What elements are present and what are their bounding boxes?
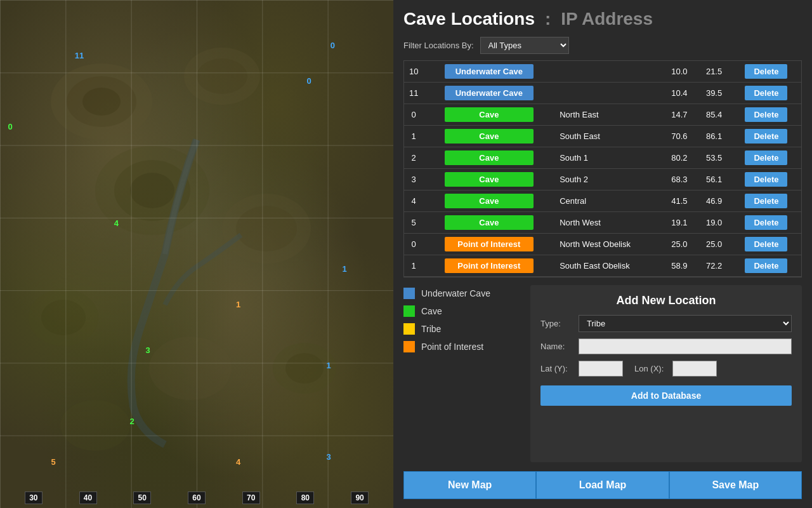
type-cell: Point of Interest <box>423 255 554 277</box>
map-label-green-4: 4 <box>114 218 119 228</box>
save-map-button[interactable]: Save Map <box>669 471 802 499</box>
lat-label: Lat (Y): <box>540 364 572 373</box>
new-map-button[interactable]: New Map <box>403 471 536 499</box>
type-cell: Underwater Cave <box>423 61 554 83</box>
type-cell: Point of Interest <box>423 234 554 255</box>
type-badge: Point of Interest <box>445 258 534 273</box>
x-label-30: 30 <box>25 491 43 504</box>
form-row-name: Name: <box>540 338 792 354</box>
type-select[interactable]: Cave Underwater Cave Point of Interest T… <box>579 315 792 332</box>
row-num: 4 <box>404 190 423 212</box>
bottom-buttons: New Map Load Map Save Map <box>403 471 802 499</box>
name-cell: North West <box>554 212 662 234</box>
type-badge: Cave <box>445 129 534 144</box>
name-cell <box>554 61 662 83</box>
type-label: Type: <box>540 319 572 328</box>
map-x-labels: 30 40 50 60 70 80 90 <box>0 491 393 504</box>
title-colon: : <box>545 9 551 29</box>
lon-cell: 25.0 <box>697 234 731 255</box>
lat-cell: 10.4 <box>662 83 697 104</box>
delete-cell: Delete <box>731 126 801 147</box>
map-canvas: 0 11 0 1 1 3 0 4 3 2 1 5 4 30 40 50 60 7… <box>0 0 393 508</box>
map-label-blue-11: 11 <box>75 51 84 60</box>
lat-cell: 19.1 <box>662 212 697 234</box>
delete-cell: Delete <box>731 190 801 212</box>
form-row-type: Type: Cave Underwater Cave Point of Inte… <box>540 315 792 332</box>
add-to-database-button[interactable]: Add to Database <box>540 385 792 406</box>
lat-cell: 70.6 <box>662 126 697 147</box>
type-cell: Cave <box>423 190 554 212</box>
map-label-blue-0b: 0 <box>307 76 311 86</box>
delete-cell: Delete <box>731 61 801 83</box>
delete-button[interactable]: Delete <box>745 150 787 165</box>
table-row: 5 Cave North West 19.1 19.0 Delete <box>404 212 801 234</box>
x-label-40: 40 <box>79 491 97 504</box>
legend-item-cave: Cave <box>403 305 518 317</box>
row-num: 5 <box>404 212 423 234</box>
map-grid <box>0 0 393 508</box>
type-badge: Cave <box>445 194 534 208</box>
name-input[interactable] <box>579 338 792 354</box>
row-num: 1 <box>404 255 423 277</box>
map-label-blue-1b: 1 <box>327 361 331 370</box>
delete-button[interactable]: Delete <box>745 194 787 208</box>
lon-input[interactable] <box>672 361 717 377</box>
delete-button[interactable]: Delete <box>745 107 787 122</box>
legend-color-tribe <box>403 323 415 335</box>
type-badge: Point of Interest <box>445 237 534 251</box>
legend-item-poi: Point of Interest <box>403 341 518 352</box>
delete-button[interactable]: Delete <box>745 258 787 273</box>
delete-cell: Delete <box>731 212 801 234</box>
lon-cell: 72.2 <box>697 255 731 277</box>
add-form: Add New Location Type: Cave Underwater C… <box>530 285 802 462</box>
legend-item-underwater: Underwater Cave <box>403 288 518 299</box>
table-row: 4 Cave Central 41.5 46.9 Delete <box>404 190 801 212</box>
row-num: 3 <box>404 169 423 190</box>
delete-button[interactable]: Delete <box>745 129 787 144</box>
delete-cell: Delete <box>731 234 801 255</box>
type-badge: Cave <box>445 150 534 165</box>
delete-button[interactable]: Delete <box>745 237 787 251</box>
map-label-green-3: 3 <box>145 345 150 355</box>
name-cell: South 2 <box>554 169 662 190</box>
table-row: 10 Underwater Cave 10.0 21.5 Delete <box>404 61 801 83</box>
lat-cell: 68.3 <box>662 169 697 190</box>
name-cell: Central <box>554 190 662 212</box>
name-cell: South 1 <box>554 147 662 169</box>
locations-table: 10 Underwater Cave 10.0 21.5 Delete 11 U… <box>404 61 801 277</box>
filter-select[interactable]: All Types Cave Underwater Cave Point of … <box>480 37 569 54</box>
bottom-row: Underwater Cave Cave Tribe Point of Inte… <box>403 285 802 462</box>
delete-button[interactable]: Delete <box>745 172 787 187</box>
name-label: Name: <box>540 342 572 351</box>
lat-cell: 10.0 <box>662 61 697 83</box>
delete-button[interactable]: Delete <box>745 64 787 79</box>
type-badge: Cave <box>445 172 534 187</box>
ip-address: IP Address <box>561 9 653 29</box>
lon-cell: 46.9 <box>697 190 731 212</box>
map-label-orange-5: 5 <box>51 457 56 467</box>
map-panel: 0 11 0 1 1 3 0 4 3 2 1 5 4 30 40 50 60 7… <box>0 0 393 508</box>
delete-button[interactable]: Delete <box>745 215 787 230</box>
map-label-green-0: 0 <box>8 122 12 131</box>
delete-button[interactable]: Delete <box>745 86 787 100</box>
name-cell <box>554 83 662 104</box>
row-num: 0 <box>404 104 423 126</box>
lon-cell: 85.4 <box>697 104 731 126</box>
type-badge: Cave <box>445 107 534 122</box>
delete-cell: Delete <box>731 104 801 126</box>
legend-color-underwater <box>403 288 415 299</box>
map-label-blue-1: 1 <box>342 264 346 274</box>
type-cell: Cave <box>423 104 554 126</box>
row-num: 11 <box>404 83 423 104</box>
data-panel: Cave Locations : IP Address Filter Locat… <box>393 0 812 508</box>
delete-cell: Delete <box>731 83 801 104</box>
lat-cell: 80.2 <box>662 147 697 169</box>
load-map-button[interactable]: Load Map <box>536 471 669 499</box>
lon-label: Lon (X): <box>634 364 666 373</box>
table-row: 0 Cave North East 14.7 85.4 Delete <box>404 104 801 126</box>
lat-input[interactable] <box>579 361 623 377</box>
table-row: 3 Cave South 2 68.3 56.1 Delete <box>404 169 801 190</box>
lat-cell: 25.0 <box>662 234 697 255</box>
row-num: 2 <box>404 147 423 169</box>
x-label-90: 90 <box>351 491 369 504</box>
